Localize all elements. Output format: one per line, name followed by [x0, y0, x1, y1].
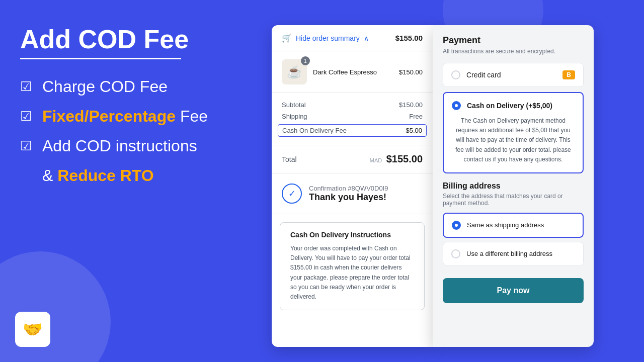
item-name: Dark Coffee Espresso — [313, 68, 393, 76]
credit-card-label: Credit card — [466, 71, 556, 79]
billing-title: Billing address — [443, 182, 584, 191]
feature-fixed-rest: Fee — [176, 107, 208, 125]
cod-selected-box[interactable]: Cash on Delivery (+$5,00) The Cash on De… — [443, 92, 584, 173]
feature-rto-prefix: & — [42, 166, 57, 185]
brand-badge: B — [562, 70, 575, 79]
title-underline — [20, 58, 181, 59]
shipping-row: Shipping Free — [282, 113, 423, 120]
cod-instructions-text: Your order was completed with Cash on De… — [290, 244, 414, 302]
different-billing-label: Use a different billing address — [466, 250, 552, 257]
check-circle-icon: ✓ — [282, 184, 302, 204]
subtotal-label: Subtotal — [282, 101, 306, 109]
hide-summary-label: Hide order summary — [296, 34, 360, 42]
checkmark-icon-2: ☑ — [20, 109, 35, 124]
order-header-total: $155.00 — [395, 34, 423, 42]
feature-instructions-text: Add COD instructions — [42, 137, 197, 155]
thank-you-text: Thank you Hayes! — [309, 192, 388, 203]
shipping-label: Shipping — [282, 113, 307, 120]
order-header: 🛒 Hide order summary ∧ $155.00 — [272, 25, 433, 51]
total-amount-wrap: MAD $155.00 — [370, 153, 423, 165]
left-panel: Add COD Fee ☑ Charge COD Fee ☑ Fixed/Per… — [0, 0, 236, 362]
cod-fee-label: Cash On Delivery Fee — [282, 127, 347, 134]
total-row: Total MAD $155.00 — [272, 145, 433, 173]
checkmark-icon: ☑ — [20, 79, 35, 95]
cart-icon: 🛒 — [282, 33, 292, 43]
payment-panel: Payment All transactions are secure and … — [433, 25, 594, 347]
confirmation-number: Confirmation #8QWV0D0I9 — [309, 185, 388, 192]
item-price: $150.00 — [399, 68, 423, 76]
different-billing-option[interactable]: Use a different billing address — [443, 242, 584, 266]
subtotal-value: $150.00 — [399, 101, 423, 109]
credit-card-radio[interactable] — [451, 70, 460, 79]
feature-fixed: ☑ Fixed/Percentage Fee — [20, 107, 216, 126]
cod-instructions-box: Cash On Delivery Instructions Your order… — [280, 222, 425, 310]
feature-fixed-text: Fixed/Percentage Fee — [42, 107, 208, 126]
feature-rto-text: & Reduce RTO — [42, 166, 154, 185]
hide-summary-btn[interactable]: 🛒 Hide order summary ∧ — [282, 33, 369, 43]
feature-charge-text: Charge COD Fee — [42, 77, 168, 96]
checkout-container: 🛒 Hide order summary ∧ $155.00 ☕ 1 Dark … — [272, 25, 594, 347]
cod-description: The Cash on Delivery payment method requ… — [452, 116, 575, 164]
confirmation-section: ✓ Confirmation #8QWV0D0I9 Thank you Haye… — [272, 173, 433, 214]
cod-fee-row: Cash On Delivery Fee $5.00 — [278, 124, 427, 137]
payment-title: Payment — [443, 35, 584, 46]
app-icon: 🤝 — [15, 312, 50, 347]
feature-charge: ☑ Charge COD Fee — [20, 77, 216, 96]
cod-instructions-title: Cash On Delivery Instructions — [290, 231, 414, 239]
order-totals: Subtotal $150.00 Shipping Free Cash On D… — [272, 93, 433, 145]
shipping-value: Free — [409, 113, 423, 120]
main-title: Add COD Fee — [20, 25, 216, 54]
order-item: ☕ 1 Dark Coffee Espresso $150.00 — [282, 59, 423, 84]
same-as-shipping-radio[interactable] — [452, 221, 461, 230]
billing-section: Billing address Select the address that … — [443, 182, 584, 266]
same-as-shipping-label: Same as shipping address — [467, 221, 544, 229]
feature-fixed-highlight: Fixed/Percentage — [42, 107, 176, 125]
billing-subtitle: Select the address that matches your car… — [443, 193, 584, 207]
payment-subtitle: All transactions are secure and encrypte… — [443, 48, 584, 55]
cod-fee-value: $5.00 — [406, 127, 422, 134]
feature-rto-highlight: Reduce RTO — [57, 166, 153, 185]
cod-radio[interactable] — [452, 101, 461, 110]
feature-instructions: ☑ Add COD instructions — [20, 137, 216, 155]
feature-rto: ☑ & Reduce RTO — [20, 166, 216, 185]
checkmark-icon-3: ☑ — [20, 138, 35, 154]
total-label: Total — [282, 155, 297, 163]
same-as-shipping-option[interactable]: Same as shipping address — [443, 213, 584, 238]
cod-selected-label: Cash on Delivery (+$5,00) — [467, 102, 552, 110]
item-badge: 1 — [301, 56, 310, 65]
total-amount: $155.00 — [386, 153, 423, 164]
confirmation-text-wrap: Confirmation #8QWV0D0I9 Thank you Hayes! — [309, 185, 388, 203]
chevron-up-icon: ∧ — [364, 34, 369, 42]
item-image-wrap: ☕ 1 — [282, 59, 307, 84]
subtotal-row: Subtotal $150.00 — [282, 101, 423, 109]
order-panel: 🛒 Hide order summary ∧ $155.00 ☕ 1 Dark … — [272, 25, 433, 347]
different-billing-radio[interactable] — [451, 249, 460, 258]
pay-now-button[interactable]: Pay now — [443, 278, 584, 303]
cod-selected-header: Cash on Delivery (+$5,00) — [452, 101, 575, 110]
credit-card-option[interactable]: Credit card B — [443, 63, 584, 87]
total-currency: MAD — [370, 157, 382, 163]
order-items: ☕ 1 Dark Coffee Espresso $150.00 — [272, 51, 433, 93]
